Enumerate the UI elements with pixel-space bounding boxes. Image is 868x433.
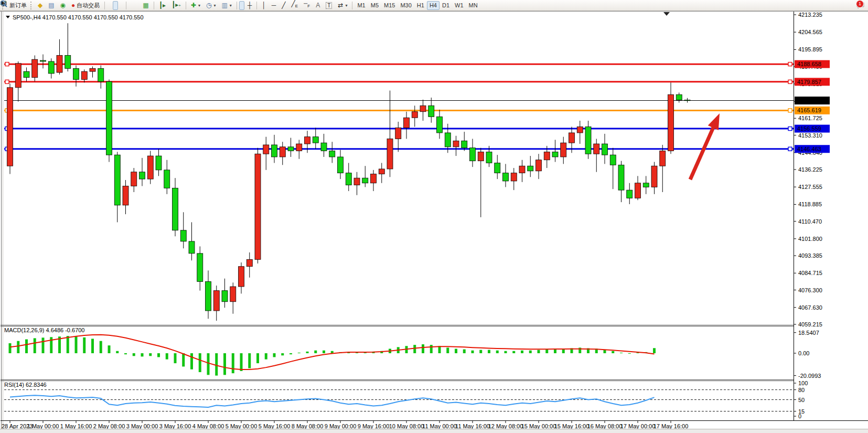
horizontal-line-icon: ─ xyxy=(272,2,276,8)
chart-shift-button[interactable]: ┃▸+ xyxy=(169,1,184,10)
divider xyxy=(104,2,105,9)
auto-trading-button[interactable]: ● 自动交易 xyxy=(69,1,102,10)
timeframe-m15[interactable]: M15 xyxy=(381,1,398,10)
candlestick-mode-button[interactable] xyxy=(113,1,118,10)
channel-tool-button[interactable]: ╱E xyxy=(289,1,301,10)
toolbar-grip[interactable] xyxy=(30,2,33,9)
price-axis-label: 4195.895 xyxy=(798,46,822,52)
price-axis-label: 4127.555 xyxy=(798,184,822,190)
tile-windows-button[interactable]: ▦ xyxy=(140,1,151,10)
macd-histogram-bar xyxy=(314,351,317,353)
trendline-tool-button[interactable]: ╱ xyxy=(279,1,288,10)
timeframe-h4[interactable]: H4 xyxy=(427,1,440,10)
macd-histogram-bar xyxy=(479,350,482,353)
timeframe-m5[interactable]: M5 xyxy=(368,1,381,10)
macd-label: MACD(12,26,9) 4.6486 -0.6700 xyxy=(4,327,84,333)
new-order-button[interactable]: 新订单 xyxy=(7,1,29,10)
candlestick xyxy=(519,166,525,173)
line-anchor[interactable] xyxy=(788,147,792,151)
timeframe-w1[interactable]: W1 xyxy=(452,1,466,10)
candlestick xyxy=(462,141,467,147)
macd-histogram-bar xyxy=(83,337,85,353)
candlestick xyxy=(48,61,54,73)
timeframe-mn[interactable]: MN xyxy=(466,1,480,10)
notifications-button[interactable]: 1 xyxy=(856,1,861,10)
candlestick xyxy=(569,133,575,143)
candlestick xyxy=(15,64,21,88)
templates-button[interactable]: ▥▾ xyxy=(219,1,234,10)
search-button[interactable] xyxy=(850,1,855,10)
candlestick xyxy=(495,163,500,173)
line-anchor[interactable] xyxy=(788,127,792,131)
signal-button[interactable]: ◉ xyxy=(58,1,68,10)
candlestick xyxy=(222,291,228,302)
candlestick xyxy=(123,186,128,205)
macd-histogram-bar xyxy=(100,341,102,353)
line-anchor[interactable] xyxy=(5,62,9,66)
order-book-button[interactable]: ◆ xyxy=(35,1,45,10)
price-axis-label: 4153.310 xyxy=(798,132,822,139)
chart-shift-marker[interactable] xyxy=(663,12,670,16)
text-tool-button[interactable]: A xyxy=(313,1,323,10)
macd-axis-label: -20.0993 xyxy=(798,373,821,379)
timeframe-m30[interactable]: M30 xyxy=(398,1,414,10)
auto-trading-label: 自动交易 xyxy=(77,2,100,9)
bar-chart-mode-button[interactable] xyxy=(107,1,112,10)
macd-histogram-bar xyxy=(223,353,226,375)
line-anchor[interactable] xyxy=(788,62,792,66)
price-badge-label: 4146.463 xyxy=(797,146,821,152)
text-label-icon: T xyxy=(326,2,332,9)
horizontal-line-tool-button[interactable]: ─ xyxy=(269,1,279,10)
candlestick xyxy=(272,145,277,157)
macd-histogram-bar xyxy=(446,347,449,353)
macd-histogram-bar xyxy=(215,353,218,376)
fibonacci-tool-button[interactable]: ┄F xyxy=(301,1,313,10)
trend-arrow-head[interactable] xyxy=(708,113,720,130)
timeframe-m1[interactable]: M1 xyxy=(355,1,368,10)
candlestick xyxy=(676,94,682,100)
auto-scroll-icon: ┃▸ xyxy=(159,2,166,8)
chart-canvas[interactable]: SP500-,H4 4170.550 4170.550 4170.550 417… xyxy=(0,0,868,433)
zoom-in-button[interactable] xyxy=(128,1,134,10)
timeframe-h1[interactable]: H1 xyxy=(414,1,427,10)
line-chart-mode-button[interactable] xyxy=(119,1,124,10)
candlestick xyxy=(428,105,434,117)
crosshair-tool-button[interactable]: ┼ xyxy=(245,1,255,10)
timeframe-d1[interactable]: D1 xyxy=(440,1,452,10)
macd-histogram-bar xyxy=(190,353,193,369)
symbol-dropdown-icon[interactable] xyxy=(6,16,10,18)
line-anchor[interactable] xyxy=(788,109,792,112)
mt4-window: { "window": { "symbol_title": "SP500-,H4… xyxy=(0,0,868,433)
text-label-tool-button[interactable]: T xyxy=(323,1,335,10)
arrows-tool-button[interactable]: ⇄▾ xyxy=(335,1,350,10)
trend-arrow-shaft[interactable] xyxy=(690,125,714,179)
cursor-tool-button[interactable] xyxy=(239,1,244,10)
terminal-button[interactable]: ▤ xyxy=(46,1,57,10)
macd-histogram-bar xyxy=(25,340,28,354)
line-anchor[interactable] xyxy=(788,80,792,83)
trendline-icon: ╱ xyxy=(282,2,285,8)
macd-histogram-bar xyxy=(298,353,301,353)
indicators-button[interactable]: ✚▾ xyxy=(188,1,203,10)
price-axis-label: 4213.235 xyxy=(798,12,822,18)
auto-scroll-button[interactable]: ┃▸ xyxy=(156,1,168,10)
add-indicator-icon: ✚ xyxy=(191,2,196,8)
zoom-out-button[interactable] xyxy=(134,1,140,10)
macd-histogram-bar xyxy=(281,353,284,355)
macd-histogram-bar xyxy=(133,353,135,356)
macd-histogram-bar xyxy=(248,353,251,368)
macd-histogram-bar xyxy=(529,351,532,353)
rsi-axis-label: 50 xyxy=(798,397,805,403)
candlestick xyxy=(536,160,542,171)
line-anchor[interactable] xyxy=(5,80,9,83)
periods-button[interactable]: ◷▾ xyxy=(203,1,219,10)
status-bar xyxy=(0,429,868,433)
macd-axis-label: 18.5407 xyxy=(798,330,819,336)
candlestick xyxy=(635,183,641,198)
candlestick xyxy=(478,152,484,161)
vertical-line-tool-button[interactable]: │ xyxy=(259,1,269,10)
macd-histogram-bar xyxy=(488,350,490,353)
price-axis-label: 4110.470 xyxy=(798,218,822,225)
price-axis-label: 4161.725 xyxy=(798,115,822,121)
macd-histogram-bar xyxy=(9,343,12,353)
